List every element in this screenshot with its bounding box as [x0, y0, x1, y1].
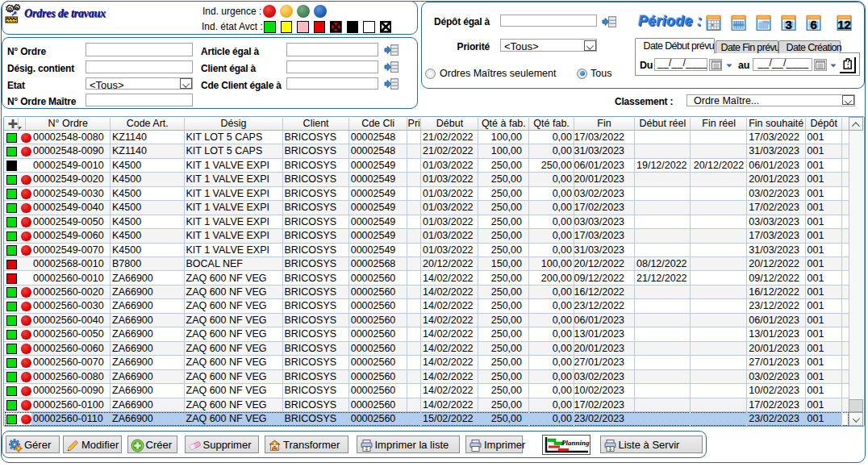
svg-text:12: 12: [837, 18, 851, 31]
svg-text:6: 6: [810, 18, 816, 31]
svg-text:Planning: Planning: [561, 439, 590, 447]
svg-text:3: 3: [785, 18, 791, 31]
